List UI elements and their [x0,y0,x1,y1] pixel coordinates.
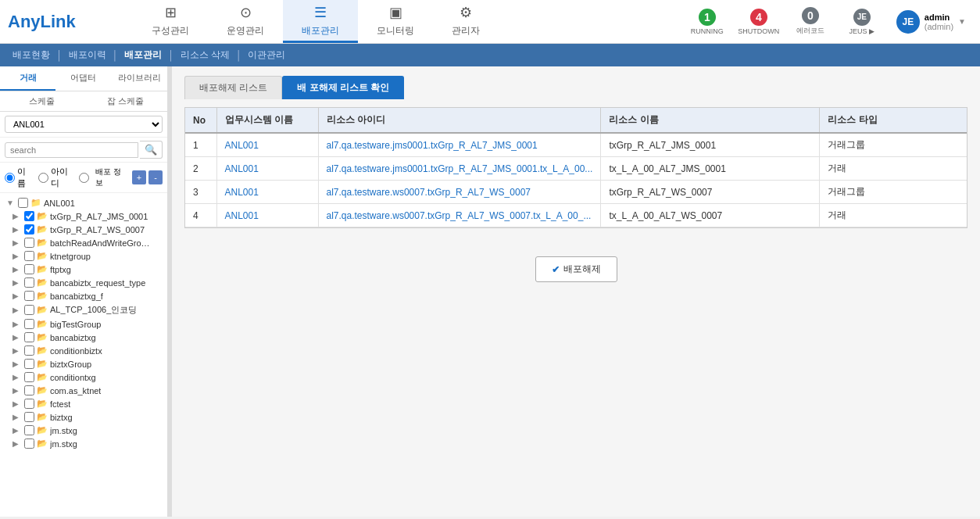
radio-deploy-info[interactable] [79,173,89,183]
deploy-btn-row: ✔ 배포해제 [184,241,967,282]
cell-system: ANL001 [216,157,318,181]
breadcrumb-item-2[interactable]: 배포이력 [69,48,106,62]
list-item[interactable]: ▶ 📂 batchReadAndWriteGroupNa [0,236,167,249]
data-table: No 업무시스템 이름 리소스 아이디 리소스 이름 리소스 타입 1 ANL0… [185,108,967,227]
search-button[interactable]: 🔍 [140,141,163,159]
sidebar-tab-adapter[interactable]: 어댑터 [55,66,111,91]
breadcrumb-item-5[interactable]: 이관관리 [248,48,285,62]
table-row: 1 ANL001 al7.qa.testware.jms0001.txGrp_R… [185,133,967,157]
list-item[interactable]: ▶ 📂 com.as_ktnet [0,384,167,397]
main-layout: 거래 어댑터 라이브러리 스케줄 잡 스케줄 ANL001 🔍 이름 아이디 [0,66,980,517]
error-status[interactable]: 0 에러코드 [787,5,834,39]
radio-name[interactable]: 이름 [5,166,32,189]
sidebar-search-row: 🔍 [0,138,167,163]
list-item[interactable]: ▶ 📂 fctest [0,397,167,410]
list-item[interactable]: ▶ 📂 bigTestGroup [0,317,167,331]
cell-resource-name: tx_L_A_00_AL7_WS_0007 [601,204,820,227]
top-nav: AnyLink ⊞ 구성관리 ⊙ 운영관리 ☰ 배포관리 ▣ 모니터링 ⚙ 관리… [0,0,980,44]
shutdown-status[interactable]: 4 SHUTDOWN [735,5,782,39]
list-item[interactable]: ▶ 📂 jm.stxg [0,424,167,437]
cell-resource-id: al7.qa.testware.jms0001.txGrp_R_AL7_JMS_… [318,133,601,157]
sidebar-tab-library[interactable]: 라이브러리 [112,66,167,91]
sidebar-subtab-schedule[interactable]: 스케줄 [0,91,84,111]
tree-root[interactable]: ▼ 📁 ANL001 [0,196,167,209]
content-inner: 배포해제 리스트 배 포해제 리스트 확인 No 업무시스템 이름 리소스 아이… [172,66,980,517]
undeploy-button-label: 배포해제 [563,263,601,276]
list-item[interactable]: ▶ 📂 biztxGroup [0,357,167,370]
sidebar-radio-row: 이름 아이디 배포 정보 + - [0,163,167,193]
system-link[interactable]: ANL001 [225,140,259,151]
nav-tab-config-label: 구성관리 [152,24,189,38]
system-select[interactable]: ANL001 [5,116,163,133]
remove-button[interactable]: - [148,170,163,184]
system-link[interactable]: ANL001 [225,163,259,174]
system-link[interactable]: ANL001 [225,210,259,221]
list-item[interactable]: ▶ 📂 AL_TCP_1006_인코딩 [0,302,167,317]
tab-undeploy-list[interactable]: 배포해제 리스트 [184,76,282,99]
list-item[interactable]: ▶ 📂 ktnetgroup [0,249,167,263]
running-status[interactable]: 1 RUNNING [684,5,731,39]
admin-icon: ⚙ [460,4,472,21]
running-label: RUNNING [691,27,724,35]
nav-tab-admin[interactable]: ⚙ 관리자 [433,0,499,43]
search-input[interactable] [5,142,138,158]
user-badge[interactable]: JE admin (admin) ▼ [890,7,972,37]
sidebar-tabs: 거래 어댑터 라이브러리 [0,66,167,91]
breadcrumb: 배포현황 │ 배포이력 │ 배포관리 │ 리소스 삭제 │ 이관관리 [0,44,980,66]
list-item[interactable]: ▶ 📂 bancabiztxg [0,331,167,344]
list-item[interactable]: ▶ 📂 conditiontxg [0,370,167,384]
monitor-icon: ▣ [389,4,402,21]
table-container: No 업무시스템 이름 리소스 아이디 리소스 이름 리소스 타입 1 ANL0… [184,107,967,228]
add-button[interactable]: + [132,170,146,184]
userid: (admin) [925,22,953,31]
breadcrumb-item-4[interactable]: 리소스 삭제 [181,48,230,62]
app-logo: AnyLink [8,12,133,32]
cell-resource-id: al7.qa.testware.jms0001.txGrp_R_AL7_JMS_… [318,157,601,181]
cell-no: 4 [185,204,216,227]
resource-id-value[interactable]: al7.qa.testware.jms0001.txGrp_R_AL7_JMS_… [327,163,593,174]
col-resource-id: 리소스 아이디 [318,108,601,133]
radio-id[interactable]: 아이디 [38,166,73,189]
resource-id-value[interactable]: al7.qa.testware.ws0007.txGrp_R_AL7_WS_00… [327,210,592,221]
list-item[interactable]: ▶ 📂 biztxg [0,410,167,424]
list-item[interactable]: ▶ 📂 txGrp_R_AL7_JMS_0001 [0,209,167,223]
list-item[interactable]: ▶ 📂 bancabiztx_request_type [0,276,167,289]
avatar: JE [896,10,920,34]
sidebar-subtab-job-schedule[interactable]: 잡 스케줄 [84,91,167,111]
list-item[interactable]: ▶ 📂 conditionbiztx [0,344,167,357]
nav-tab-operation[interactable]: ⊙ 운영관리 [208,0,283,43]
undeploy-button[interactable]: ✔ 배포해제 [535,256,617,282]
tab-undeploy-confirm[interactable]: 배 포해제 리스트 확인 [282,76,404,99]
jeus-status[interactable]: JE JEUS ▶ [839,5,885,39]
operation-icon: ⊙ [240,4,252,21]
cell-system: ANL001 [216,204,318,227]
nav-tab-monitor[interactable]: ▣ 모니터링 [358,0,433,43]
sidebar: 거래 어댑터 라이브러리 스케줄 잡 스케줄 ANL001 🔍 이름 아이디 [0,66,168,517]
col-no: No [185,108,216,133]
config-icon: ⊞ [165,4,177,21]
nav-right: 1 RUNNING 4 SHUTDOWN 0 에러코드 JE JEUS ▶ JE… [684,5,972,39]
list-item[interactable]: ▶ 📂 ftptxg [0,263,167,276]
col-resource-type: 리소스 타입 [820,108,967,133]
cell-no: 2 [185,157,216,181]
sidebar-action-buttons: + - [132,170,163,184]
sidebar-tab-transaction[interactable]: 거래 [0,66,55,91]
cell-resource-name: tx_L_A_00_AL7_JMS_0001 [601,157,820,181]
nav-tab-config[interactable]: ⊞ 구성관리 [133,0,208,43]
resource-id-value[interactable]: al7.qa.testware.jms0001.txGrp_R_AL7_JMS_… [327,140,538,151]
list-item[interactable]: ▶ 📂 jm.stxg [0,437,167,450]
shutdown-label: SHUTDOWN [738,27,779,35]
list-item[interactable]: ▶ 📂 bancabiztxg_f [0,289,167,302]
nav-tab-admin-label: 관리자 [452,24,480,38]
cell-resource-type: 거래그룹 [820,133,967,157]
nav-tab-deploy[interactable]: ☰ 배포관리 [283,0,358,43]
breadcrumb-item-1[interactable]: 배포현황 [13,48,50,62]
cell-no: 1 [185,133,216,157]
cell-resource-type: 거래그룹 [820,181,967,204]
list-item[interactable]: ▶ 📂 txGrp_R_AL7_WS_0007 [0,223,167,236]
resource-id-value[interactable]: al7.qa.testware.ws0007.txGrp_R_AL7_WS_00… [327,187,531,198]
shutdown-count: 4 [750,9,767,26]
table-row: 4 ANL001 al7.qa.testware.ws0007.txGrp_R_… [185,204,967,227]
cell-resource-type: 거래 [820,204,967,227]
system-link[interactable]: ANL001 [225,187,259,198]
